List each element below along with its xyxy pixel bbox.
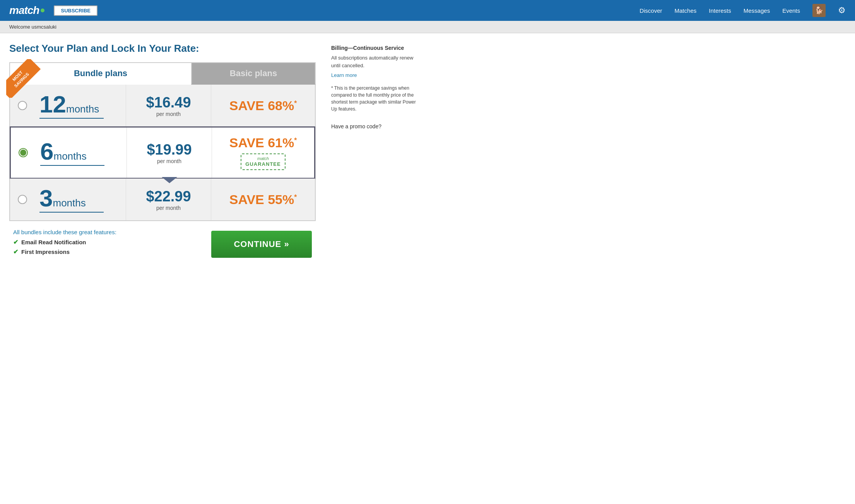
guarantee-match-text: match <box>245 156 280 161</box>
checkmark-icon-2: ✔ <box>13 248 18 255</box>
feature-label-2: First Impressions <box>21 249 70 255</box>
price-arrow <box>162 177 177 183</box>
header: match SUBSCRIBE Discover Matches Interes… <box>0 0 855 21</box>
price-col-12: $16.49 per month <box>126 85 211 126</box>
radio-12months[interactable] <box>18 101 27 110</box>
welcome-text: Welcome usmcsaluki <box>9 24 56 30</box>
save-col-6: SAVE 61%* match GUARANTEE <box>212 128 314 178</box>
avatar[interactable]: 🐕 <box>812 4 826 17</box>
feature-label-1: Email Read Notification <box>21 239 86 245</box>
subscribe-button[interactable]: SUBSCRIBE <box>54 5 97 16</box>
duration-col-6: 6months <box>34 128 127 178</box>
per-month-12: per month <box>156 111 181 117</box>
features-section: All bundles include these great features… <box>9 221 316 262</box>
nav-interests[interactable]: Interests <box>709 7 731 14</box>
learn-more-link[interactable]: Learn more <box>331 72 357 78</box>
nav-matches[interactable]: Matches <box>675 7 697 14</box>
save-col-3: SAVE 55%* <box>211 179 315 220</box>
plan-row-6months[interactable]: 6months $19.99 per month SAVE 61%* <box>10 126 315 179</box>
plans-container: 12months $16.49 per month SAVE 68%* <box>9 85 316 221</box>
save-text-6: SAVE 61%* <box>229 135 297 150</box>
per-month-3: per month <box>156 205 181 211</box>
billing-note: * This is the percentage savings when co… <box>331 85 416 112</box>
features-title: All bundles include these great features… <box>13 229 203 235</box>
save-text-3: SAVE 55%* <box>229 192 297 207</box>
feature-item-1: ✔ Email Read Notification <box>13 238 203 246</box>
nav-discover[interactable]: Discover <box>640 7 662 14</box>
radio-col-3 <box>10 179 33 220</box>
duration-col-12: 12months <box>33 85 126 126</box>
continue-button[interactable]: CONTINUE » <box>211 231 312 258</box>
plan-tabs: Bundle plans Basic plans <box>9 62 316 85</box>
save-text-12: SAVE 68%* <box>229 98 297 113</box>
duration-text-6: months <box>53 150 86 162</box>
save-col-12: SAVE 68%* <box>211 85 315 126</box>
page-title: Select Your Plan and Lock In Your Rate: <box>9 43 316 54</box>
most-savings-banner: MOST SAVINGS <box>6 59 45 98</box>
price-col-6: $19.99 per month <box>127 128 212 178</box>
radio-6months[interactable] <box>19 148 28 157</box>
logo: match <box>9 4 44 17</box>
main-content: Select Your Plan and Lock In Your Rate: … <box>0 33 426 271</box>
duration-text-12: months <box>66 103 99 115</box>
duration-underline-3 <box>39 212 104 213</box>
plan-row-3months[interactable]: 3months $22.99 per month SAVE 55%* <box>10 179 315 220</box>
duration-underline-12 <box>39 118 104 119</box>
duration-number-3: 3 <box>39 185 53 211</box>
nav-messages[interactable]: Messages <box>744 7 770 14</box>
main-nav: Discover Matches Interests Messages Even… <box>640 4 846 17</box>
promo-code-text: Have a promo code? <box>331 123 416 129</box>
sub-header: Welcome usmcsaluki <box>0 21 855 33</box>
gear-icon[interactable]: ⚙ <box>838 5 846 15</box>
features-text: All bundles include these great features… <box>13 229 203 258</box>
most-savings-ribbon: MOST SAVINGS <box>6 59 41 98</box>
checkmark-icon-1: ✔ <box>13 238 18 246</box>
logo-text: match <box>9 4 39 17</box>
duration-col-3: 3months <box>33 179 126 220</box>
guarantee-label: GUARANTEE <box>245 161 280 168</box>
match-guarantee-badge: match GUARANTEE <box>241 153 285 170</box>
price-6: $19.99 <box>147 141 192 158</box>
plan-row-12months[interactable]: 12months $16.49 per month SAVE 68%* <box>10 85 315 127</box>
price-col-3: $22.99 per month <box>126 179 211 220</box>
billing-body: All subscriptions automatically renew un… <box>331 54 416 69</box>
price-3: $22.99 <box>146 188 191 205</box>
billing-title: Billing—Continuous Service <box>331 45 416 51</box>
nav-events[interactable]: Events <box>782 7 800 14</box>
price-12: $16.49 <box>146 94 191 111</box>
tabs-wrapper: MOST SAVINGS Bundle plans Basic plans <box>9 62 316 221</box>
feature-item-2: ✔ First Impressions <box>13 248 203 255</box>
logo-dot <box>41 9 44 12</box>
right-panel: Billing—Continuous Service All subscript… <box>331 43 416 262</box>
radio-col-6 <box>11 128 34 178</box>
duration-number-6: 6 <box>40 138 53 165</box>
left-panel: Select Your Plan and Lock In Your Rate: … <box>9 43 316 262</box>
tab-basic[interactable]: Basic plans <box>191 62 316 85</box>
per-month-6: per month <box>157 158 181 164</box>
duration-underline-6 <box>40 165 104 166</box>
duration-text-3: months <box>53 197 86 209</box>
radio-3months[interactable] <box>18 195 27 204</box>
